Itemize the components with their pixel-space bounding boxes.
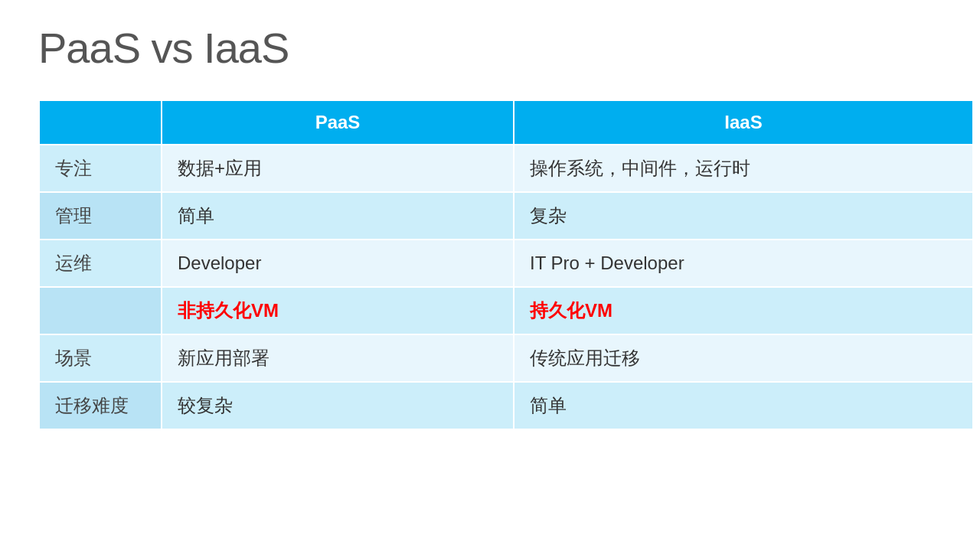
- table-cell-iaas-1: 操作系统，中间件，运行时: [514, 145, 973, 192]
- table-row: 场景新应用部署传统应用迁移: [39, 334, 973, 382]
- table-row: 运维DeveloperIT Pro + Developer: [39, 240, 973, 287]
- table-cell-iaas-2: 复杂: [514, 192, 973, 240]
- table-cell-paas-3: Developer: [162, 240, 514, 287]
- table-cell-label-3: 运维: [39, 240, 162, 287]
- table-cell-iaas-6: 简单: [514, 382, 973, 429]
- table-cell-paas-1: 数据+应用: [162, 145, 514, 192]
- table-cell-paas-6: 较复杂: [162, 382, 514, 429]
- table-cell-paas-2: 简单: [162, 192, 514, 240]
- table-cell-iaas-3: IT Pro + Developer: [514, 240, 973, 287]
- table-cell-iaas-5: 传统应用迁移: [514, 334, 973, 382]
- page-title: PaaS vs IaaS: [38, 23, 942, 73]
- table-header-label: [39, 100, 162, 145]
- table-header-paas: PaaS: [162, 100, 514, 145]
- table-row: 管理简单复杂: [39, 192, 973, 240]
- table-cell-paas-5: 新应用部署: [162, 334, 514, 382]
- table-row: 迁移难度较复杂简单: [39, 382, 973, 429]
- table-row: 非持久化VM持久化VM: [39, 287, 973, 334]
- table-cell-label-4: [39, 287, 162, 334]
- table-header-iaas: IaaS: [514, 100, 973, 145]
- comparison-table: PaaS IaaS 专注数据+应用操作系统，中间件，运行时管理简单复杂运维Dev…: [38, 99, 974, 430]
- table-cell-label-2: 管理: [39, 192, 162, 240]
- table-cell-label-6: 迁移难度: [39, 382, 162, 429]
- table-cell-label-5: 场景: [39, 334, 162, 382]
- table-cell-paas-4: 非持久化VM: [162, 287, 514, 334]
- table-cell-iaas-4: 持久化VM: [514, 287, 973, 334]
- table-cell-label-1: 专注: [39, 145, 162, 192]
- table-row: 专注数据+应用操作系统，中间件，运行时: [39, 145, 973, 192]
